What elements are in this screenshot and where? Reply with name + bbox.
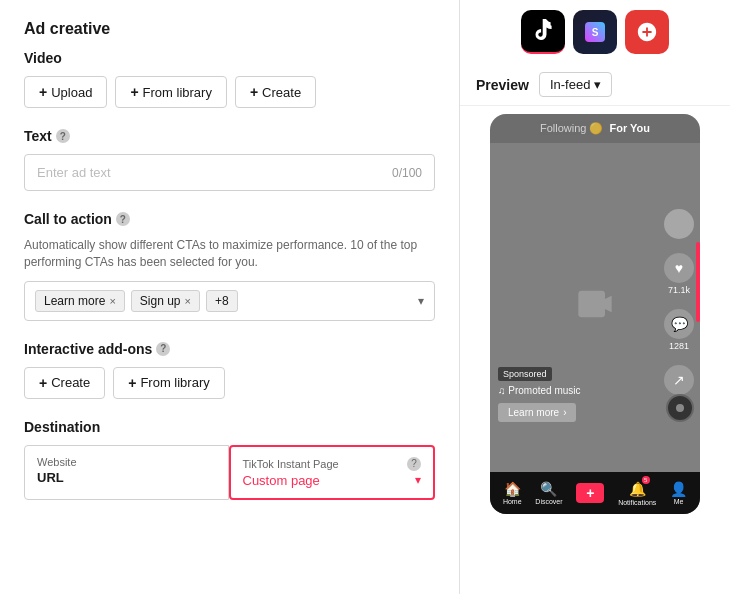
music-disc-inner <box>676 404 684 412</box>
interactive-label: Interactive add-ons ? <box>24 341 435 357</box>
cta-label: Call to action ? <box>24 211 435 227</box>
cta-more-count: +8 <box>206 290 238 312</box>
tiktok-dropdown-arrow[interactable]: ▾ <box>415 473 421 487</box>
tiktok-page-help-icon[interactable]: ? <box>407 457 421 471</box>
upload-plus-icon: + <box>39 84 47 100</box>
discover-nav-label: Discover <box>535 498 562 505</box>
preview-bar: Preview In-feed ▾ <box>460 64 730 106</box>
comment-count: 1281 <box>669 341 689 351</box>
tiktok-instant-page-field[interactable]: TikTok Instant Page ? Custom page ▾ <box>229 445 436 500</box>
website-field[interactable]: Website URL <box>24 445 229 500</box>
create-plus-icon: + <box>250 84 258 100</box>
me-nav-label: Me <box>674 498 684 505</box>
destination-section: Destination Website URL TikTok Instant P… <box>24 419 435 500</box>
video-create-button[interactable]: + Create <box>235 76 316 108</box>
platform-icon-3[interactable] <box>625 10 669 54</box>
tiktok-label-row: TikTok Instant Page ? <box>243 457 422 471</box>
for-you-text: For You <box>609 122 650 135</box>
text-label: Text ? <box>24 128 435 144</box>
nav-home[interactable]: 🏠 Home <box>503 481 522 505</box>
right-actions: ♥ 71.1k 💬 1281 ↗ 232 <box>664 209 694 407</box>
ad-text-placeholder: Enter ad text <box>37 165 111 180</box>
interactive-library-plus-icon: + <box>128 375 136 391</box>
music-disc <box>666 394 694 422</box>
sponsored-badge: Sponsored <box>498 367 552 381</box>
svg-rect-0 <box>578 291 605 318</box>
phone-preview: Following 🟡 For You ♥ 71.1k <box>490 114 700 514</box>
right-panel: S Preview In-feed ▾ Following 🟡 For You <box>460 0 730 594</box>
interactive-from-library-button[interactable]: + From library <box>113 367 225 399</box>
platform-icon-2[interactable]: S <box>573 10 617 54</box>
avatar-action <box>664 209 694 239</box>
nav-create[interactable]: + <box>576 483 604 503</box>
cta-tag-learn-more[interactable]: Learn more × <box>35 290 125 312</box>
video-placeholder-icon <box>575 284 615 331</box>
comment-action[interactable]: 💬 1281 <box>664 309 694 351</box>
phone-nav: 🏠 Home 🔍 Discover + 🔔 5 Notifications 👤 … <box>490 472 700 514</box>
share-icon: ↗ <box>664 365 694 395</box>
website-label: Website <box>37 456 216 468</box>
interactive-create-plus-icon: + <box>39 375 47 391</box>
preview-dropdown[interactable]: In-feed ▾ <box>539 72 612 97</box>
tiktok-platform-icon[interactable] <box>521 10 565 54</box>
interactive-help-icon[interactable]: ? <box>156 342 170 356</box>
nav-me[interactable]: 👤 Me <box>670 481 687 505</box>
me-nav-icon: 👤 <box>670 481 687 497</box>
platform-icons: S <box>460 0 730 64</box>
interactive-button-group: + Create + From library <box>24 367 435 399</box>
video-from-library-button[interactable]: + From library <box>115 76 227 108</box>
cta-description: Automatically show different CTAs to max… <box>24 237 435 271</box>
text-help-icon[interactable]: ? <box>56 129 70 143</box>
ad-text-input[interactable]: Enter ad text 0/100 <box>24 154 435 191</box>
notification-dot: 5 <box>642 476 650 484</box>
library-plus-icon: + <box>130 84 138 100</box>
text-section: Text ? Enter ad text 0/100 <box>24 128 435 191</box>
cta-tag-sign-up[interactable]: Sign up × <box>131 290 200 312</box>
like-action[interactable]: ♥ 71.1k <box>664 253 694 295</box>
page-title: Ad creative <box>24 20 435 38</box>
remove-sign-up[interactable]: × <box>185 295 191 307</box>
phone-bottom-info: Sponsored ♫ Promoted music Learn more › <box>498 363 660 422</box>
nav-discover[interactable]: 🔍 Discover <box>535 481 562 505</box>
following-text: Following 🟡 <box>540 122 604 135</box>
video-button-group: + Upload + From library + Create <box>24 76 435 108</box>
destination-label: Destination <box>24 419 435 435</box>
phone-top-text: Following 🟡 For You <box>540 122 650 135</box>
preview-label: Preview <box>476 77 529 93</box>
like-count: 71.1k <box>668 285 690 295</box>
video-label: Video <box>24 50 435 66</box>
char-count: 0/100 <box>392 166 422 180</box>
tiktok-page-value: Custom page <box>243 473 320 488</box>
destination-fields: Website URL TikTok Instant Page ? Custom… <box>24 445 435 500</box>
interactive-section: Interactive add-ons ? + Create + From li… <box>24 341 435 399</box>
scroll-indicator[interactable] <box>696 242 700 322</box>
avatar <box>664 209 694 239</box>
left-panel: Ad creative Video + Upload + From librar… <box>0 0 460 594</box>
tiktok-value-row: Custom page ▾ <box>243 473 422 488</box>
notifications-nav-label: Notifications <box>618 499 656 506</box>
cta-tags-container[interactable]: Learn more × Sign up × +8 ▾ <box>24 281 435 321</box>
cta-help-icon[interactable]: ? <box>116 212 130 226</box>
cta-section: Call to action ? Automatically show diff… <box>24 211 435 321</box>
phone-content: ♥ 71.1k 💬 1281 ↗ 232 Sponsored ♫ Promote… <box>490 143 700 472</box>
phone-top-bar: Following 🟡 For You <box>490 114 700 143</box>
interactive-create-button[interactable]: + Create <box>24 367 105 399</box>
upload-button[interactable]: + Upload <box>24 76 107 108</box>
learn-more-cta-btn[interactable]: Learn more › <box>498 403 576 422</box>
preview-dropdown-arrow: ▾ <box>594 77 601 92</box>
promoted-music: ♫ Promoted music <box>498 385 660 396</box>
discover-nav-icon: 🔍 <box>540 481 557 497</box>
learn-more-arrow: › <box>563 407 566 418</box>
heart-icon: ♥ <box>664 253 694 283</box>
nav-notifications[interactable]: 🔔 5 Notifications <box>618 480 656 506</box>
comment-icon: 💬 <box>664 309 694 339</box>
home-nav-icon: 🏠 <box>504 481 521 497</box>
website-value: URL <box>37 470 216 485</box>
video-section: Video + Upload + From library + Create <box>24 50 435 108</box>
cta-dropdown-arrow[interactable]: ▾ <box>418 294 424 308</box>
remove-learn-more[interactable]: × <box>109 295 115 307</box>
home-nav-label: Home <box>503 498 522 505</box>
